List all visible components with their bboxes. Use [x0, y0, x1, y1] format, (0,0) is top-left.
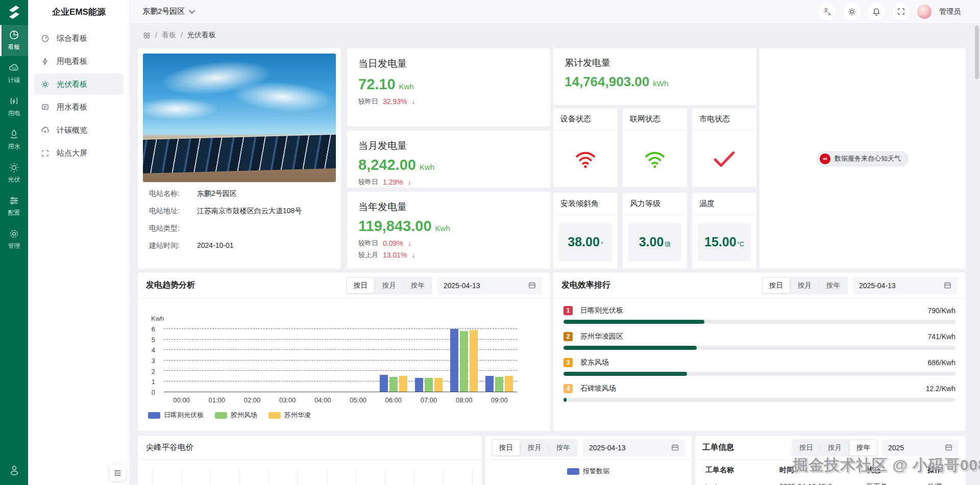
vertical-scrollbar-thumb[interactable] — [975, 25, 979, 79]
sidebar-item-carbon-overview[interactable]: 计碳概览 — [34, 119, 124, 141]
station-info-list: 电站名称:东鹏2号园区 电站地址:江苏南京市鼓楼区白云大道108号 电站类型: … — [143, 182, 336, 250]
tab-by-day[interactable]: 按日 — [793, 440, 820, 455]
ranking-date-picker[interactable]: 2025-04-13 — [853, 277, 958, 294]
grid-home-icon[interactable] — [143, 32, 151, 39]
wifi-icon — [575, 150, 596, 168]
tab-by-year[interactable]: 按年 — [850, 440, 877, 455]
sidebar-item-electricity-board[interactable]: 用电看板 — [34, 50, 124, 72]
breadcrumb: / 看板 / 光伏看板 — [143, 31, 216, 40]
user-avatar[interactable] — [917, 4, 932, 19]
primary-nav-electricity[interactable]: 用电 — [0, 91, 28, 122]
topbar: 东鹏2号园区 文A 管理员 — [130, 0, 980, 23]
env-value-box: 15.00°C — [698, 223, 751, 261]
station-field: 电站名称:东鹏2号园区 — [149, 189, 330, 198]
generation-value: 72.10 — [358, 76, 396, 93]
monthly-generation-card: 当月发电量 8,242.00Kwh 较昨日1.29%↓ — [347, 131, 550, 188]
tab-by-day[interactable]: 按日 — [493, 440, 520, 455]
calendar-icon — [945, 444, 952, 451]
user-profile-icon[interactable] — [8, 464, 21, 477]
solar-panels-graphic — [143, 134, 336, 173]
ranking-row: 3胶东风场686/Kwh — [564, 358, 955, 376]
calendar-icon — [671, 444, 679, 451]
language-translate-icon[interactable]: 文A — [819, 3, 836, 20]
station-info-card: 电站名称:东鹏2号园区 电站地址:江苏南京市鼓楼区白云大道108号 电站类型: … — [138, 48, 341, 269]
tab-by-month[interactable]: 按月 — [821, 440, 848, 455]
progress-bar — [564, 372, 955, 376]
card-title: 累计发电量 — [565, 57, 745, 69]
app-logo-icon[interactable] — [6, 4, 23, 21]
notification-bell-icon[interactable] — [868, 3, 885, 20]
primary-nav-admin[interactable]: 管理 — [0, 224, 28, 255]
panel-header: 按日 按月 按年 2025-04-13 — [485, 436, 692, 460]
ems-dashboard: 看板 CO₂ 计碳 用电 用水 光伏 配置 管理 企业 — [0, 0, 980, 485]
primary-nav-carbon[interactable]: CO₂ 计碳 — [0, 58, 28, 89]
y-axis-title: Kwh — [151, 315, 164, 322]
primary-nav-config[interactable]: 配置 — [0, 191, 28, 222]
panel-header: 发电趋势分析 按日 按月 按年 2025-04-13 — [138, 273, 550, 298]
sidebar-item-solar-board[interactable]: 光伏看板 — [34, 73, 124, 95]
station-field: 建站时间:2024-10-01 — [149, 241, 330, 250]
wifi-icon — [644, 150, 666, 168]
legend-item[interactable]: 胶州风场 — [215, 411, 257, 420]
breadcrumb-dashboard[interactable]: 看板 — [162, 31, 176, 40]
co2-cloud-icon: CO₂ — [8, 62, 20, 74]
sidebar-collapse-button[interactable] — [109, 465, 126, 481]
gear-icon — [8, 228, 20, 240]
rank-badge: 3 — [564, 358, 573, 367]
panel-title: 尖峰平谷电价 — [146, 442, 193, 453]
secondary-nav: 综合看板 用电看板 光伏看板 用水看板 计碳概览 站点大屏 — [28, 23, 130, 168]
card-title: 当年发电量 — [358, 200, 539, 214]
alarm-date-picker[interactable]: 2025-04-13 — [583, 439, 685, 456]
fullscreen-icon[interactable] — [892, 3, 910, 20]
legend-item[interactable]: 日喀则光伏板 — [148, 411, 204, 420]
station-field: 电站类型: — [149, 224, 330, 233]
legend-marker — [567, 468, 579, 475]
primary-nav-label: 看板 — [8, 43, 20, 52]
solar-farm-photo — [143, 54, 336, 182]
alarm-legend[interactable]: 报警数据 — [485, 467, 692, 476]
panel-title: 发电趋势分析 — [146, 280, 195, 291]
panel-title: 工单信息 — [702, 442, 734, 453]
tab-by-day[interactable]: 按日 — [347, 278, 374, 293]
primary-nav-water[interactable]: 用水 — [0, 124, 28, 156]
generation-value: 119,843.00 — [358, 218, 432, 235]
trend-date-picker[interactable]: 2025-04-13 — [437, 277, 542, 294]
workorder-date-picker[interactable]: 2025 — [882, 439, 959, 456]
legend-item[interactable]: 苏州华凌 — [268, 411, 311, 420]
ranking-list: 1日喀则光伏板790/Kwh 2苏州华凌园区741/Kwh 3胶东风场686/K… — [553, 298, 966, 402]
sun-icon — [41, 80, 50, 89]
workorder-action-link[interactable]: 处理 — [927, 482, 955, 485]
svg-text:A: A — [828, 12, 831, 16]
primary-nav-dashboard[interactable]: 看板 — [0, 25, 28, 56]
sidebar-item-overview-board[interactable]: 综合看板 — [34, 28, 124, 49]
username[interactable]: 管理员 — [939, 7, 961, 16]
sidebar-item-site-bigscreen[interactable]: 站点大屏 — [34, 142, 124, 164]
panel-header: 发电效率排行 按日 按月 按年 2025-04-13 — [553, 273, 966, 298]
yearly-generation-card: 当年发电量 119,843.00Kwh 较昨日0.09%↓ 较上月13.01%↓ — [347, 192, 550, 269]
tab-by-day[interactable]: 按日 — [763, 278, 790, 293]
seniverse-logo-icon: ∞ — [820, 154, 830, 164]
tab-by-month[interactable]: 按月 — [376, 278, 403, 293]
tab-by-month[interactable]: 按月 — [521, 440, 548, 455]
sidebar-item-label: 用水看板 — [57, 103, 87, 112]
efficiency-ranking-panel: 发电效率排行 按日 按月 按年 2025-04-13 1日喀则光伏板790/Kw… — [553, 273, 966, 431]
down-arrow-icon: ↓ — [408, 178, 411, 186]
station-field: 电站地址:江苏南京市鼓楼区白云大道108号 — [149, 207, 330, 216]
weather-card: ∞ 数据服务来自心知天气 — [760, 48, 966, 269]
primary-nav-label: 用电 — [8, 109, 20, 118]
topbar-actions: 文A 管理员 — [819, 3, 968, 20]
ranking-row: 1日喀则光伏板790/Kwh — [564, 306, 955, 324]
sidebar-item-water-board[interactable]: 用水看板 — [34, 96, 124, 118]
trend-period-tabs: 按日 按月 按年 — [346, 277, 432, 294]
breadcrumb-solar-board[interactable]: 光伏看板 — [187, 31, 216, 40]
price-chart — [138, 460, 482, 485]
tab-by-year[interactable]: 按年 — [550, 440, 577, 455]
tab-by-year[interactable]: 按年 — [404, 278, 431, 293]
primary-nav-solar[interactable]: 光伏 — [0, 158, 28, 189]
tab-by-year[interactable]: 按年 — [820, 278, 847, 293]
alarm-period-tabs: 按日 按月 按年 — [492, 439, 578, 456]
park-selector[interactable]: 东鹏2号园区 — [142, 7, 195, 16]
compare-row: 较昨日1.29%↓ — [358, 177, 539, 187]
tab-by-month[interactable]: 按月 — [791, 278, 818, 293]
theme-brightness-icon[interactable] — [843, 3, 861, 20]
